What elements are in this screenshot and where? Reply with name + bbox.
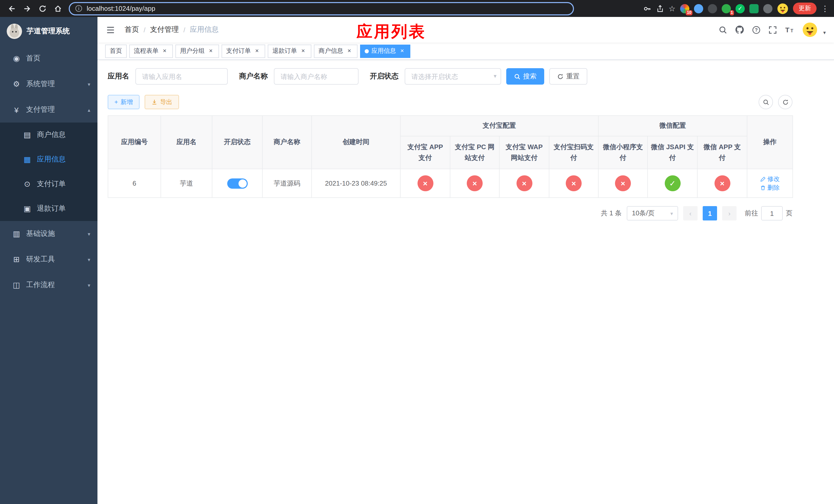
address-bar[interactable]: localhost:1024/pay/app: [69, 2, 574, 15]
sidebar-subitem-0[interactable]: ▤商户信息: [0, 122, 97, 147]
user-avatar[interactable]: [802, 22, 818, 38]
wechat-devtools-icon[interactable]: ✓: [736, 4, 745, 13]
merchant-card-icon: ▤: [22, 130, 33, 139]
sidebar-subitem-3[interactable]: ▣退款订单: [0, 197, 97, 221]
export-button-label: 导出: [160, 98, 172, 107]
close-icon[interactable]: ×: [346, 47, 353, 54]
close-icon[interactable]: ×: [207, 47, 214, 54]
cross-circle-icon[interactable]: ×: [417, 175, 433, 191]
app-name-input[interactable]: [135, 68, 228, 85]
tab-3[interactable]: 支付订单×: [222, 44, 265, 58]
browser-menu-dots-icon[interactable]: ⋮: [821, 5, 829, 12]
github-icon[interactable]: [735, 25, 744, 35]
page-size-select[interactable]: 10条/页 ▾: [627, 206, 678, 221]
sidebar-subitem-1[interactable]: ▦应用信息: [0, 147, 97, 172]
home-button[interactable]: [51, 2, 65, 15]
next-page-button[interactable]: ›: [722, 206, 737, 221]
goto-page-input[interactable]: [761, 206, 783, 221]
page-number-button[interactable]: 1: [703, 206, 717, 221]
breadcrumb-home[interactable]: 首页: [125, 25, 139, 35]
delete-link[interactable]: 删除: [760, 183, 780, 192]
extension-dark-icon[interactable]: [708, 4, 717, 13]
refresh-button[interactable]: [778, 95, 792, 109]
tab-4[interactable]: 退款订单×: [268, 44, 311, 58]
column-header: 操作: [747, 116, 793, 169]
sidebar-item-label: 工作流程: [26, 280, 88, 290]
tab-1[interactable]: 流程表单×: [129, 44, 173, 58]
close-icon[interactable]: ×: [254, 47, 261, 54]
logo-row[interactable]: 芋道管理系统: [0, 17, 97, 46]
table-toolbar: + 新增 导出: [108, 95, 792, 109]
search-button[interactable]: 搜索: [506, 68, 544, 85]
close-icon[interactable]: ×: [300, 47, 307, 54]
sidebar-item-3[interactable]: ▥基础设施▾: [0, 221, 97, 247]
status-select-input[interactable]: [405, 68, 501, 85]
sidebar: 芋道管理系统 ◉首页⚙系统管理▾¥支付管理▴▤商户信息▦应用信息⊙支付订单▣退款…: [0, 17, 97, 504]
close-icon[interactable]: ×: [161, 47, 168, 54]
tab-label: 流程表单: [134, 47, 158, 55]
status-select[interactable]: ▾: [405, 68, 501, 85]
sidebar-item-5[interactable]: ◫工作流程▾: [0, 272, 97, 298]
font-size-icon[interactable]: TT: [785, 25, 794, 34]
update-button[interactable]: 更新: [793, 3, 816, 14]
menu-fold-icon[interactable]: [106, 25, 115, 35]
share-icon[interactable]: [656, 4, 664, 13]
close-icon[interactable]: ×: [398, 47, 406, 54]
search-icon[interactable]: [719, 25, 727, 34]
page-size-value: 10条/页: [632, 209, 655, 218]
reload-button[interactable]: [36, 2, 49, 15]
tab-2[interactable]: 用户分组×: [175, 44, 219, 58]
browser-actions: ☆ 10 1 ✓ 更新 ⋮: [643, 3, 829, 14]
fullscreen-icon[interactable]: [768, 25, 777, 34]
reset-button[interactable]: 重置: [549, 68, 587, 85]
key-icon[interactable]: [643, 4, 651, 13]
tab-5[interactable]: 商户信息×: [314, 44, 357, 58]
check-circle-icon[interactable]: ✓: [664, 175, 680, 191]
cross-circle-icon[interactable]: ×: [566, 175, 581, 191]
edit-link[interactable]: 修改: [760, 175, 780, 183]
merchant-name-input[interactable]: [274, 68, 358, 85]
cell-actions: 修改删除: [747, 169, 793, 198]
back-button[interactable]: [5, 2, 19, 15]
toggle-search-button[interactable]: [759, 95, 773, 109]
extension-square-icon[interactable]: [749, 4, 759, 13]
delete-label: 删除: [767, 183, 780, 192]
extension-colorful-icon[interactable]: 10: [680, 4, 689, 13]
bookmark-star-icon[interactable]: ☆: [668, 5, 676, 12]
sidebar-item-label: 基础设施: [26, 229, 88, 238]
extension-pin-icon[interactable]: [763, 4, 772, 13]
cell-app-name: 芋道: [161, 169, 212, 198]
toggle-knob: [238, 179, 246, 187]
sidebar-item-1[interactable]: ⚙系统管理▾: [0, 71, 97, 97]
svg-text:T: T: [790, 28, 793, 33]
cross-circle-icon[interactable]: ×: [516, 175, 532, 191]
app-name-label: 应用名: [108, 72, 129, 81]
sidebar-subitem-2[interactable]: ⊙支付订单: [0, 172, 97, 197]
cross-circle-icon[interactable]: ×: [714, 175, 730, 191]
breadcrumb-pay[interactable]: 支付管理: [150, 25, 179, 35]
tab-0[interactable]: 首页: [105, 44, 127, 58]
prev-page-button[interactable]: ‹: [683, 206, 698, 221]
sidebar-item-4[interactable]: ⊞研发工具▾: [0, 247, 97, 272]
column-header: 支付宝 PC 网站支付: [450, 136, 499, 169]
export-button[interactable]: 导出: [145, 95, 179, 109]
help-icon[interactable]: ?: [752, 25, 761, 34]
cross-circle-icon[interactable]: ×: [467, 175, 483, 191]
search-button-label: 搜索: [523, 72, 536, 81]
enable-toggle[interactable]: [227, 178, 247, 188]
sidebar-item-2[interactable]: ¥支付管理▴: [0, 97, 97, 122]
pagination-goto: 前往 页: [745, 206, 792, 221]
cell-merchant-name: 芋道源码: [262, 169, 312, 198]
table-row: 6芋道芋道源码2021-10-23 08:49:25×××××✓×修改删除: [108, 169, 793, 198]
goto-prefix-label: 前往: [745, 209, 758, 218]
site-info-icon[interactable]: [75, 5, 83, 12]
sidebar-item-0[interactable]: ◉首页: [0, 46, 97, 71]
browser-nav-buttons: [5, 2, 65, 15]
extension-blue-icon[interactable]: [694, 4, 703, 13]
tab-6[interactable]: 应用信息×: [360, 44, 410, 58]
extension-green-icon[interactable]: 1: [722, 4, 731, 13]
browser-profile-avatar[interactable]: [777, 3, 788, 14]
add-button[interactable]: + 新增: [108, 95, 139, 109]
forward-button[interactable]: [21, 2, 34, 15]
cross-circle-icon[interactable]: ×: [615, 175, 631, 191]
